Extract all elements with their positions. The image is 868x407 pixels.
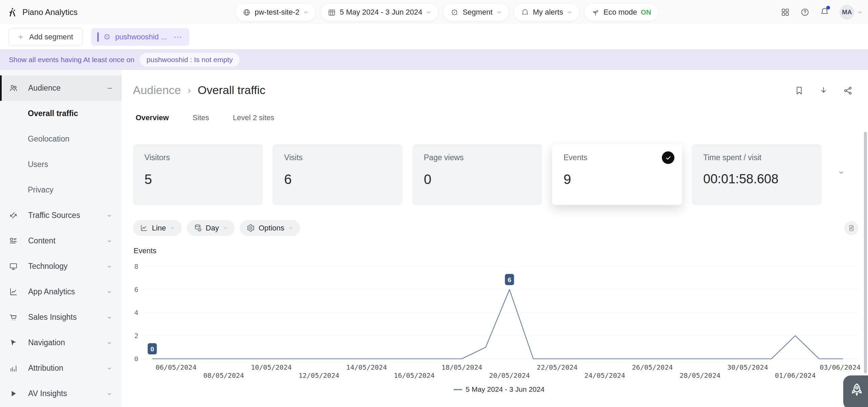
filter-bar: Show all events having At least once on … bbox=[0, 49, 868, 70]
chart-control-line[interactable]: Line bbox=[133, 220, 182, 236]
sidebar-section-sales-insights[interactable]: Sales Insights bbox=[0, 304, 122, 330]
vertical-scrollbar[interactable] bbox=[864, 132, 867, 373]
chevron bbox=[106, 315, 112, 320]
brand[interactable]: Piano Analytics bbox=[7, 3, 78, 21]
sidebar-item-overall-traffic[interactable]: Overall traffic bbox=[0, 101, 122, 126]
chart-control-day[interactable]: Day bbox=[187, 220, 235, 236]
svg-text:24/05/2024: 24/05/2024 bbox=[584, 371, 625, 380]
sales-insights-icon bbox=[9, 313, 18, 322]
my-alerts-label: My alerts bbox=[533, 8, 563, 17]
svg-text:06/05/2024: 06/05/2024 bbox=[156, 363, 196, 371]
events-line-chart[interactable]: Events0246806/05/202408/05/202410/05/202… bbox=[133, 245, 861, 407]
collapse-minus-icon[interactable]: − bbox=[107, 84, 112, 93]
download-icon[interactable] bbox=[818, 86, 829, 96]
segment-chip-pushwooshid[interactable]: pushwooshid ... ⋯ bbox=[91, 28, 189, 46]
top-bar-pills: pw-test-site-2 5 May 2024 - 3 Jun 2024 S… bbox=[236, 3, 658, 21]
check-icon bbox=[665, 154, 672, 161]
metric-value: 9 bbox=[564, 172, 670, 187]
chart-controls: LineDayOptions bbox=[133, 220, 300, 236]
svg-text:0: 0 bbox=[134, 355, 138, 363]
metric-label: Time spent / visit bbox=[703, 153, 810, 162]
metric-card-visitors[interactable]: Visitors5 bbox=[133, 144, 263, 205]
svg-text:14/05/2024: 14/05/2024 bbox=[346, 363, 387, 371]
help-icon[interactable] bbox=[800, 7, 810, 17]
site-selector[interactable]: pw-test-site-2 bbox=[236, 3, 315, 21]
user-menu[interactable]: MA bbox=[840, 5, 863, 20]
bell-icon bbox=[521, 8, 529, 17]
metric-label: Page views bbox=[424, 153, 531, 162]
metric-card-visits[interactable]: Visits6 bbox=[273, 144, 402, 205]
sidebar-section-attribution[interactable]: Attribution bbox=[0, 355, 122, 381]
segment-chip-more-button[interactable]: ⋯ bbox=[174, 35, 183, 39]
chart-control-options[interactable]: Options bbox=[240, 220, 300, 236]
bookmark-icon[interactable] bbox=[794, 86, 804, 96]
attribution-icon bbox=[9, 364, 18, 373]
metric-label: Visits bbox=[284, 153, 391, 162]
sidebar-section-app-analytics[interactable]: App Analytics bbox=[0, 279, 122, 304]
breadcrumb-parent[interactable]: Audience bbox=[133, 84, 181, 97]
svg-text:16/05/2024: 16/05/2024 bbox=[394, 371, 434, 380]
chevron-down-icon bbox=[426, 10, 431, 15]
sidebar-section-navigation[interactable]: Navigation bbox=[0, 330, 122, 355]
tab-level-2-sites[interactable]: Level 2 sites bbox=[233, 113, 274, 125]
point-value-badge: 0 bbox=[148, 343, 157, 354]
page-title: Overall traffic bbox=[198, 84, 265, 97]
sidebar: Audience−Overall trafficGeolocationUsers… bbox=[0, 70, 122, 407]
page-actions bbox=[794, 86, 853, 96]
apps-grid-icon[interactable] bbox=[781, 7, 790, 17]
metrics-expand-chevron-icon[interactable] bbox=[838, 169, 845, 176]
filter-condition-pill[interactable]: pushwooshid : Is not empty bbox=[140, 53, 239, 67]
sidebar-section-label: Attribution bbox=[28, 364, 106, 373]
sidebar-section-traffic-sources[interactable]: Traffic Sources bbox=[0, 203, 122, 228]
share-icon[interactable] bbox=[843, 86, 853, 96]
breadcrumb-separator: › bbox=[188, 85, 191, 96]
sidebar-section-audience[interactable]: Audience− bbox=[0, 75, 122, 101]
date-range-picker[interactable]: 5 May 2024 - 3 Jun 2024 bbox=[321, 3, 438, 21]
eco-leaf-icon bbox=[591, 8, 600, 17]
sidebar-section-label: App Analytics bbox=[28, 287, 106, 296]
sidebar-item-users[interactable]: Users bbox=[0, 152, 122, 177]
add-segment-button[interactable]: Add segment bbox=[8, 28, 82, 46]
segment-selector-label: Segment bbox=[462, 8, 492, 17]
metric-card-page-views[interactable]: Page views0 bbox=[412, 144, 542, 205]
main-content: Audience › Overall traffic OverviewSites… bbox=[122, 70, 868, 407]
segment-bar: Add segment pushwooshid ... ⋯ bbox=[0, 24, 868, 49]
svg-text:22/05/2024: 22/05/2024 bbox=[537, 363, 577, 371]
chart-legend: 5 May 2024 - 3 Jun 2024 bbox=[454, 385, 545, 393]
chevron-down-icon bbox=[303, 10, 309, 15]
eco-mode-toggle[interactable]: Eco mode ON bbox=[585, 3, 658, 21]
av-insights-icon bbox=[9, 389, 18, 398]
content-icon bbox=[9, 236, 18, 245]
segment-selector[interactable]: Segment bbox=[443, 3, 508, 21]
metric-value: 6 bbox=[284, 172, 391, 187]
metric-value: 0 bbox=[424, 172, 531, 187]
navigation-icon bbox=[9, 338, 18, 347]
chevron bbox=[106, 340, 112, 346]
chip-accent-bar bbox=[97, 32, 99, 42]
sidebar-section-label: Navigation bbox=[28, 338, 106, 347]
segment-chip-label: pushwooshid ... bbox=[115, 33, 167, 41]
data-table-toggle-button[interactable] bbox=[844, 221, 859, 235]
metric-card-time-spent-visit[interactable]: Time spent / visit00:01:58.608 bbox=[692, 144, 822, 205]
sidebar-item-geolocation[interactable]: Geolocation bbox=[0, 126, 122, 152]
sidebar-item-privacy[interactable]: Privacy bbox=[0, 177, 122, 203]
my-alerts[interactable]: My alerts bbox=[514, 3, 579, 21]
metric-value: 5 bbox=[144, 172, 251, 187]
metric-label: Events bbox=[564, 153, 670, 162]
chevron-down-icon bbox=[567, 10, 572, 15]
chevron bbox=[106, 238, 112, 244]
notifications-button[interactable] bbox=[820, 7, 829, 18]
svg-text:8: 8 bbox=[134, 262, 138, 271]
tab-overview[interactable]: Overview bbox=[136, 113, 169, 125]
svg-text:01/06/2024: 01/06/2024 bbox=[775, 371, 815, 380]
tab-sites[interactable]: Sites bbox=[193, 113, 209, 125]
metric-card-events[interactable]: Events9 bbox=[552, 144, 682, 205]
sidebar-section-technology[interactable]: Technology bbox=[0, 254, 122, 279]
audience-users-icon bbox=[9, 84, 18, 93]
sidebar-section-av-insights[interactable]: AV Insights bbox=[0, 381, 122, 406]
metric-label: Visitors bbox=[144, 153, 251, 162]
sidebar-section-content[interactable]: Content bbox=[0, 228, 122, 254]
line-chart-icon bbox=[140, 224, 148, 232]
assistant-rocket-button[interactable] bbox=[843, 375, 868, 407]
chevron bbox=[106, 289, 112, 295]
